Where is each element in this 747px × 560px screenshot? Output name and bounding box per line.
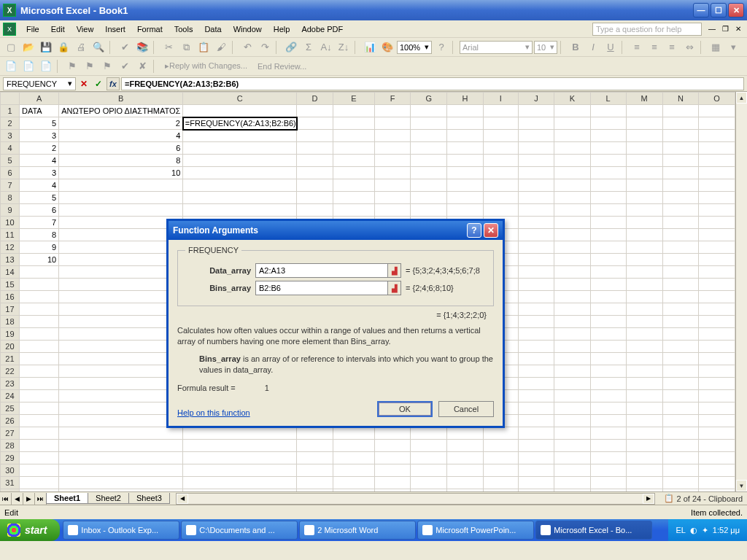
- row-header-16[interactable]: 16: [1, 291, 20, 303]
- cell-K26[interactable]: [554, 415, 590, 427]
- col-header-F[interactable]: F: [375, 93, 411, 105]
- cell-I4[interactable]: [483, 142, 518, 155]
- cell-J8[interactable]: [519, 192, 554, 204]
- review-accept-icon[interactable]: ✔: [117, 58, 133, 74]
- print-preview-icon[interactable]: 🔍: [90, 39, 107, 55]
- cell-N8[interactable]: [662, 192, 699, 204]
- cell-K17[interactable]: [554, 303, 590, 316]
- cell-K32[interactable]: [554, 489, 590, 492]
- cell-K16[interactable]: [554, 291, 590, 303]
- cell-J5[interactable]: [519, 155, 554, 167]
- review-next-icon[interactable]: ⚑: [82, 58, 98, 74]
- cell-L17[interactable]: [590, 303, 626, 316]
- cell-D29[interactable]: [297, 452, 333, 464]
- cell-N24[interactable]: [662, 390, 699, 402]
- cell-J4[interactable]: [519, 142, 554, 155]
- formula-enter-button[interactable]: ✓: [92, 77, 105, 90]
- cell-A7[interactable]: 4: [19, 179, 58, 192]
- row-header-23[interactable]: 23: [1, 378, 20, 390]
- cell-N21[interactable]: [662, 353, 699, 365]
- cell-J30[interactable]: [519, 464, 554, 477]
- align-right-icon[interactable]: ≡: [664, 39, 680, 55]
- cell-O28[interactable]: [699, 440, 735, 452]
- select-all-corner[interactable]: [1, 93, 20, 105]
- cell-G30[interactable]: [411, 464, 447, 477]
- row-header-26[interactable]: 26: [1, 415, 20, 427]
- start-button[interactable]: start: [0, 519, 60, 541]
- cell-O27[interactable]: [699, 427, 735, 440]
- col-header-K[interactable]: K: [554, 93, 590, 105]
- cell-E32[interactable]: [333, 489, 374, 492]
- cell-M9[interactable]: [626, 204, 662, 217]
- cell-C1[interactable]: [183, 105, 297, 117]
- cell-M29[interactable]: [626, 452, 662, 464]
- workbook-icon[interactable]: X: [3, 23, 16, 36]
- cell-A31[interactable]: [19, 477, 58, 489]
- menu-view[interactable]: View: [71, 23, 100, 35]
- cell-K10[interactable]: [554, 217, 590, 229]
- cell-L5[interactable]: [590, 155, 626, 167]
- row-header-5[interactable]: 5: [1, 155, 20, 167]
- cell-B32[interactable]: [59, 489, 183, 492]
- cut-icon[interactable]: ✂: [160, 39, 177, 55]
- cell-L20[interactable]: [590, 341, 626, 353]
- cell-N3[interactable]: [662, 130, 699, 142]
- cell-N13[interactable]: [662, 254, 699, 266]
- cell-B25[interactable]: [59, 402, 183, 415]
- row-header-6[interactable]: 6: [1, 167, 20, 179]
- cell-M10[interactable]: [626, 217, 662, 229]
- bold-icon[interactable]: B: [568, 39, 584, 55]
- cell-G31[interactable]: [411, 477, 447, 489]
- help-icon[interactable]: ?: [433, 39, 449, 55]
- cell-M8[interactable]: [626, 192, 662, 204]
- vertical-scrollbar[interactable]: ▲ ▼: [735, 92, 747, 491]
- cell-E28[interactable]: [333, 440, 374, 452]
- pdf-review-icon[interactable]: 📄: [38, 58, 54, 74]
- cell-B3[interactable]: 4: [59, 130, 183, 142]
- cell-J19[interactable]: [519, 328, 554, 341]
- row-header-25[interactable]: 25: [1, 402, 20, 415]
- cell-K8[interactable]: [554, 192, 590, 204]
- cell-C4[interactable]: [183, 142, 297, 155]
- cell-O3[interactable]: [699, 130, 735, 142]
- cell-J9[interactable]: [519, 204, 554, 217]
- cell-F29[interactable]: [375, 452, 411, 464]
- paste-icon[interactable]: 📋: [196, 39, 212, 55]
- print-icon[interactable]: 🖨: [73, 39, 89, 55]
- col-header-G[interactable]: G: [411, 93, 447, 105]
- cell-M21[interactable]: [626, 353, 662, 365]
- cell-A30[interactable]: [19, 464, 58, 477]
- cell-E29[interactable]: [333, 452, 374, 464]
- cell-F5[interactable]: [375, 155, 411, 167]
- cell-G2[interactable]: [411, 117, 447, 130]
- cell-N23[interactable]: [662, 378, 699, 390]
- cell-A22[interactable]: [19, 365, 58, 378]
- copy-icon[interactable]: ⧉: [178, 39, 194, 55]
- cell-H29[interactable]: [447, 452, 484, 464]
- font-selector[interactable]: Arial▾: [460, 41, 533, 54]
- scroll-right-icon[interactable]: ▶: [643, 494, 654, 504]
- cell-A32[interactable]: [19, 489, 58, 492]
- cell-K24[interactable]: [554, 390, 590, 402]
- row-header-19[interactable]: 19: [1, 328, 20, 341]
- cell-F27[interactable]: [375, 427, 411, 440]
- cell-L25[interactable]: [590, 402, 626, 415]
- cell-N11[interactable]: [662, 229, 699, 241]
- cell-I31[interactable]: [483, 477, 518, 489]
- cell-B20[interactable]: [59, 341, 183, 353]
- cell-K27[interactable]: [554, 427, 590, 440]
- align-center-icon[interactable]: ≡: [646, 39, 662, 55]
- drawing-icon[interactable]: 🎨: [379, 39, 395, 55]
- cell-M27[interactable]: [626, 427, 662, 440]
- pdf-create-icon[interactable]: 📄: [3, 58, 19, 74]
- taskbar-task-4[interactable]: Microsoft Excel - Bo...: [535, 521, 652, 540]
- cell-O16[interactable]: [699, 291, 735, 303]
- cell-L26[interactable]: [590, 415, 626, 427]
- cell-L1[interactable]: [590, 105, 626, 117]
- menu-help[interactable]: Help: [268, 23, 296, 35]
- row-header-24[interactable]: 24: [1, 390, 20, 402]
- cell-A23[interactable]: [19, 378, 58, 390]
- cell-J27[interactable]: [519, 427, 554, 440]
- cell-G8[interactable]: [411, 192, 447, 204]
- cell-I9[interactable]: [483, 204, 518, 217]
